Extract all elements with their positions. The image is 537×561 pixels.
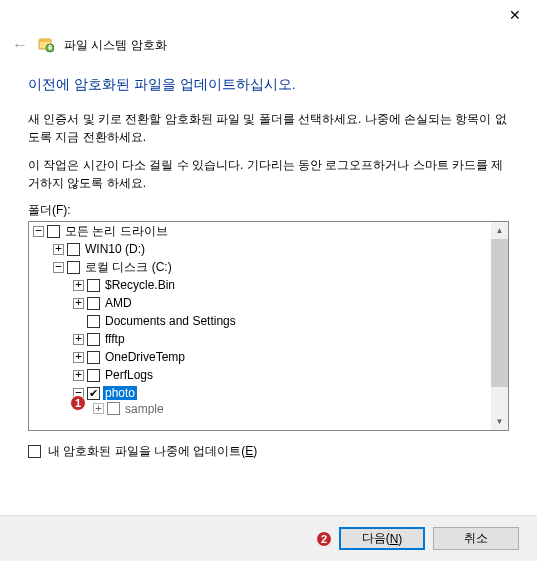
tree-row[interactable]: Documents and Settings [29,312,491,330]
folder-checkbox[interactable] [67,243,80,256]
expand-icon[interactable]: + [73,334,84,345]
folder-label[interactable]: 모든 논리 드라이브 [63,223,170,240]
instruction-1: 새 인증서 및 키로 전환할 암호화된 파일 및 폴더를 선택하세요. 나중에 … [28,110,509,146]
expand-icon[interactable]: + [53,244,64,255]
folder-checkbox[interactable] [87,369,100,382]
folder-label[interactable]: sample [123,402,166,415]
scroll-thumb[interactable] [491,239,508,387]
folder-label[interactable]: OneDriveTemp [103,350,187,364]
folder-label[interactable]: $Recycle.Bin [103,278,177,292]
titlebar: ✕ [0,0,537,30]
tree-row[interactable]: +OneDriveTemp [29,348,491,366]
folder-label[interactable]: ffftp [103,332,127,346]
efs-icon [38,37,54,53]
update-later-label: 내 암호화된 파일을 나중에 업데이트(E) [48,443,257,460]
folder-label[interactable]: WIN10 (D:) [83,242,147,256]
expand-icon[interactable]: + [93,403,104,414]
expand-icon[interactable]: + [73,352,84,363]
update-later-checkbox[interactable] [28,445,41,458]
scroll-down-icon[interactable]: ▼ [491,413,508,430]
folder-checkbox[interactable] [47,225,60,238]
close-button[interactable]: ✕ [492,0,537,30]
scroll-track[interactable] [491,239,508,413]
collapse-icon[interactable]: − [33,226,44,237]
folder-label[interactable]: PerfLogs [103,368,155,382]
folder-checkbox[interactable] [87,333,100,346]
expand-icon[interactable]: + [73,370,84,381]
scroll-up-icon[interactable]: ▲ [491,222,508,239]
folder-label[interactable]: 로컬 디스크 (C:) [83,259,174,276]
tree-row[interactable]: +ffftp [29,330,491,348]
next-button[interactable]: 다음(N) [339,527,425,550]
page-heading: 이전에 암호화된 파일을 업데이트하십시오. [28,76,509,94]
update-later-row[interactable]: 내 암호화된 파일을 나중에 업데이트(E) [28,443,509,460]
folder-checkbox[interactable] [87,297,100,310]
folder-label[interactable]: AMD [103,296,134,310]
tree-row[interactable]: +AMD [29,294,491,312]
tree-row[interactable]: −✔photo [29,384,491,402]
tree-row[interactable]: +sample [29,402,491,415]
folder-label[interactable]: Documents and Settings [103,314,238,328]
expand-icon[interactable]: + [73,280,84,291]
folder-tree[interactable]: −모든 논리 드라이브+WIN10 (D:)−로컬 디스크 (C:)+$Recy… [28,221,509,431]
wizard-header: ← 파일 시스템 암호화 [0,30,537,64]
folder-label[interactable]: photo [103,386,137,400]
folder-checkbox[interactable] [87,279,100,292]
content-area: 이전에 암호화된 파일을 업데이트하십시오. 새 인증서 및 키로 전환할 암호… [0,64,537,460]
expand-icon[interactable]: + [73,298,84,309]
svg-rect-1 [39,39,51,42]
close-icon: ✕ [509,7,521,23]
collapse-icon[interactable]: − [53,262,64,273]
wizard-title: 파일 시스템 암호화 [64,37,167,54]
cancel-button[interactable]: 취소 [433,527,519,550]
folder-checkbox[interactable] [87,351,100,364]
back-arrow-icon[interactable]: ← [12,36,28,54]
wizard-footer: 다음(N) 취소 [0,515,537,561]
tree-row[interactable]: −로컬 디스크 (C:) [29,258,491,276]
folder-checkbox[interactable]: ✔ [87,387,100,400]
tree-row[interactable]: +$Recycle.Bin [29,276,491,294]
tree-row[interactable]: +PerfLogs [29,366,491,384]
svg-rect-3 [49,47,52,50]
expander-placeholder [73,316,84,327]
instruction-2: 이 작업은 시간이 다소 걸릴 수 있습니다. 기다리는 동안 로그오프하거나 … [28,156,509,192]
callout-marker-1: 1 [70,395,86,411]
tree-row[interactable]: +WIN10 (D:) [29,240,491,258]
folders-label: 폴더(F): [28,202,509,219]
scrollbar-vertical[interactable]: ▲ ▼ [491,222,508,430]
folder-checkbox[interactable] [107,402,120,415]
callout-marker-2: 2 [316,531,332,547]
tree-root-row[interactable]: −모든 논리 드라이브 [29,222,491,240]
folder-checkbox[interactable] [87,315,100,328]
folder-checkbox[interactable] [67,261,80,274]
